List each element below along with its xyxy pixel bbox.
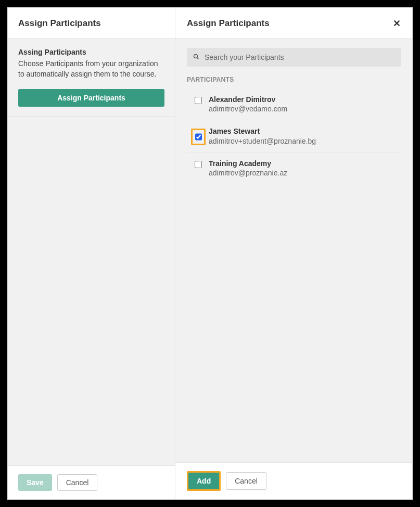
left-subtitle: Assing Participants <box>18 48 164 56</box>
participant-row[interactable]: Alexander Dimitrovadimitrov@vedamo.com <box>187 88 401 120</box>
svg-line-1 <box>197 57 199 59</box>
left-title: Assign Participants <box>18 18 164 29</box>
participant-info: Training Academyadimitrov@proznanie.az <box>206 159 397 178</box>
search-input[interactable] <box>205 53 394 61</box>
cancel-button-right[interactable]: Cancel <box>226 472 266 490</box>
participant-checkbox[interactable] <box>195 97 202 104</box>
cancel-button-left[interactable]: Cancel <box>57 474 98 491</box>
participant-checkbox[interactable] <box>195 161 202 168</box>
participants-section-label: PARTICIPANTS <box>187 76 401 83</box>
add-button[interactable]: Add <box>188 473 219 489</box>
right-panel: Assign Participants ✕ PARTICIPANTS Alexa… <box>175 8 412 499</box>
participant-checkbox-wrap <box>191 129 206 145</box>
left-description: Choose Participants from your organizati… <box>18 58 164 80</box>
participant-row[interactable]: Training Academyadimitrov@proznanie.az <box>187 153 401 184</box>
left-spacer <box>8 117 175 465</box>
participant-list: Alexander Dimitrovadimitrov@vedamo.comJa… <box>187 88 401 184</box>
participant-checkbox-wrap <box>191 97 206 104</box>
search-field-wrap[interactable] <box>187 48 401 67</box>
participant-email: adimitrov@vedamo.com <box>209 104 397 113</box>
participant-info: James Stewartadimitrov+student@proznanie… <box>206 126 397 145</box>
assign-participants-button[interactable]: Assign Participants <box>18 89 164 107</box>
participant-row[interactable]: James Stewartadimitrov+student@proznanie… <box>187 120 401 152</box>
right-title: Assign Participants <box>187 18 270 29</box>
participant-checkbox-wrap <box>191 161 206 168</box>
svg-point-0 <box>194 54 198 58</box>
participant-email: adimitrov+student@proznanie.bg <box>209 136 397 146</box>
left-footer: Save Cancel <box>8 465 175 499</box>
left-header: Assign Participants <box>8 8 175 39</box>
participant-email: adimitrov@proznanie.az <box>209 168 397 178</box>
left-body: Assing Participants Choose Participants … <box>8 39 175 117</box>
close-icon[interactable]: ✕ <box>393 19 401 28</box>
right-body: PARTICIPANTS Alexander Dimitrovadimitrov… <box>175 39 412 462</box>
participant-name: Training Academy <box>209 159 397 168</box>
right-header: Assign Participants ✕ <box>175 8 412 39</box>
search-icon <box>193 54 199 61</box>
participant-name: James Stewart <box>209 126 397 136</box>
right-footer: Add Cancel <box>175 462 412 499</box>
left-panel: Assign Participants Assing Participants … <box>8 8 175 499</box>
add-button-highlight: Add <box>187 471 221 491</box>
participant-info: Alexander Dimitrovadimitrov@vedamo.com <box>206 95 397 113</box>
save-button[interactable]: Save <box>18 474 52 491</box>
participant-name: Alexander Dimitrov <box>209 95 397 104</box>
participant-checkbox[interactable] <box>195 133 202 141</box>
